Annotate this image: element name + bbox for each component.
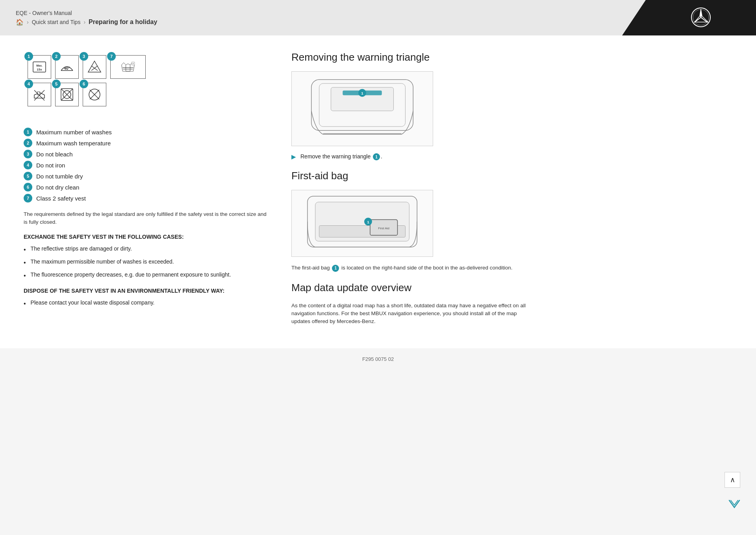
svg-text:1: 1 <box>361 91 363 95</box>
breadcrumb-sep-2: › <box>83 19 85 25</box>
legend-item-6: 6 Do not dry clean <box>24 183 268 191</box>
legend-item-7: 7 Class 2 safety vest <box>24 194 268 202</box>
legend-num-6: 6 <box>24 183 32 191</box>
main-content: 1 Max. 15x 2 <box>0 35 756 348</box>
mapdata-section-title: Map data update overview <box>291 282 732 294</box>
svg-text:First Aid: First Aid <box>378 227 389 230</box>
triangle-section-title: Removing the warning triangle <box>291 51 732 63</box>
icon-no-tumble-dry: 5 <box>55 83 79 106</box>
icon-num-5: 5 <box>52 80 61 88</box>
icon-max-washes: 1 Max. 15x <box>28 55 51 79</box>
legend-text-4: Do not iron <box>36 162 65 169</box>
icon-wash-temp: 2 40° <box>55 55 79 79</box>
header: EQE - Owner's Manual 🏠 › Quick start and… <box>0 0 756 35</box>
manual-title: EQE - Owner's Manual <box>16 10 157 16</box>
svg-text:Max.: Max. <box>36 64 43 67</box>
step-arrow-icon: ▶ <box>291 154 296 160</box>
header-left: EQE - Owner's Manual 🏠 › Quick start and… <box>0 6 173 30</box>
icon-num-2: 2 <box>52 52 61 61</box>
legend-item-2: 2 Maximum wash temperature <box>24 139 268 147</box>
legend-item-4: 4 Do not iron <box>24 161 268 169</box>
step-text: Remove the warning triangle 1. <box>300 153 382 160</box>
svg-marker-10 <box>88 61 101 72</box>
icons-row-2: 4 5 <box>28 83 264 106</box>
right-column: Removing the warning triangle 1 <box>291 51 732 333</box>
icon-num-6: 6 <box>80 80 88 88</box>
icon-vest: 7 2 <box>110 55 146 79</box>
exchange-heading: EXCHANGE THE SAFETY VEST IN THE FOLLOWIN… <box>24 234 268 240</box>
icon-num-3: 3 <box>80 52 88 61</box>
legend-num-2: 2 <box>24 139 32 147</box>
legend-num-3: 3 <box>24 150 32 158</box>
legend-list: 1 Maximum number of washes 2 Maximum was… <box>24 128 268 202</box>
breadcrumb: 🏠 › Quick start and Tips › Preparing for… <box>16 19 157 26</box>
icon-box-7: 2 <box>110 55 146 79</box>
legend-text-3: Do not bleach <box>36 151 73 158</box>
dispose-bullets: Please contact your local waste disposal… <box>24 299 268 308</box>
mercedes-logo <box>691 7 711 29</box>
footer: F295 0075 02 <box>0 348 756 370</box>
icon-num-7: 7 <box>107 52 116 61</box>
svg-text:40°: 40° <box>64 66 70 71</box>
svg-line-4 <box>694 17 701 22</box>
icons-row-1: 1 Max. 15x 2 <box>28 55 264 79</box>
legend-text-5: Do not tumble dry <box>36 173 83 180</box>
breadcrumb-sep-1: › <box>27 19 29 25</box>
icons-diagram: 1 Max. 15x 2 <box>24 51 268 118</box>
svg-text:1: 1 <box>367 219 369 224</box>
page-icon <box>728 500 740 511</box>
legend-text-1: Maximum number of washes <box>36 129 112 136</box>
icon-no-bleach: 3 <box>83 55 106 79</box>
footer-code: F295 0075 02 <box>362 356 394 362</box>
icon-num-4: 4 <box>24 80 33 88</box>
vest-note: The requirements defined by the legal st… <box>24 210 268 227</box>
icon-no-dry-clean: 6 <box>83 83 106 106</box>
svg-text:15x: 15x <box>37 68 42 71</box>
icon-num-1: 1 <box>24 52 33 61</box>
firstaid-desc: The first-aid bag 1 is located on the ri… <box>291 264 732 272</box>
home-icon[interactable]: 🏠 <box>16 19 24 26</box>
legend-text-7: Class 2 safety vest <box>36 195 86 202</box>
legend-text-2: Maximum wash temperature <box>36 140 111 147</box>
firstaid-car-diagram: First Aid 1 <box>291 190 433 257</box>
exchange-bullets: The reflective strips are damaged or dir… <box>24 245 268 281</box>
legend-item-5: 5 Do not tumble dry <box>24 172 268 180</box>
left-column: 1 Max. 15x 2 <box>24 51 268 333</box>
triangle-car-diagram: 1 <box>291 71 433 146</box>
legend-num-5: 5 <box>24 172 32 180</box>
exchange-bullet-3: The fluorescence property decreases, e.g… <box>24 271 268 281</box>
legend-num-7: 7 <box>24 194 32 202</box>
firstaid-circle: 1 <box>332 265 339 272</box>
legend-num-4: 4 <box>24 161 32 169</box>
icon-no-iron: 4 <box>28 83 51 106</box>
dispose-heading: DISPOSE OF THE SAFETY VEST IN AN ENVIRON… <box>24 288 268 294</box>
firstaid-section-title: First-aid bag <box>291 170 732 182</box>
legend-text-6: Do not dry clean <box>36 184 79 191</box>
breadcrumb-current: Preparing for a holiday <box>89 19 157 26</box>
breadcrumb-section[interactable]: Quick start and Tips <box>32 19 81 25</box>
dispose-bullet-1: Please contact your local waste disposal… <box>24 299 268 308</box>
mapdata-desc: As the content of a digital road map has… <box>291 302 528 326</box>
legend-item-1: 1 Maximum number of washes <box>24 128 268 136</box>
scroll-up-button[interactable]: ∧ <box>724 472 740 488</box>
exchange-bullet-1: The reflective strips are damaged or dir… <box>24 245 268 254</box>
triangle-step: ▶ Remove the warning triangle 1. <box>291 153 732 160</box>
exchange-bullet-2: The maximum permissible number of washes… <box>24 258 268 268</box>
legend-num-1: 1 <box>24 128 32 136</box>
step-circle: 1 <box>373 153 380 160</box>
chevron-up-icon: ∧ <box>730 476 735 484</box>
legend-item-3: 3 Do not bleach <box>24 150 268 158</box>
header-logo-area <box>622 0 756 35</box>
